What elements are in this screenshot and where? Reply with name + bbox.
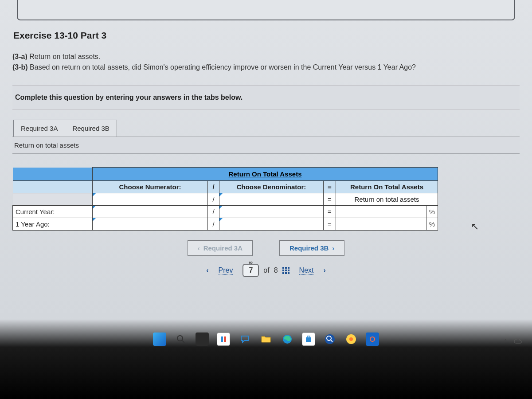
cloud-icon[interactable] [513, 338, 523, 347]
q-b-text: Based on return on total assets, did Sim… [28, 63, 416, 71]
next-link[interactable]: Next [299, 266, 314, 275]
next-step-button[interactable]: Required 3B › [279, 240, 344, 256]
chevron-right-icon: › [323, 266, 325, 274]
svg-rect-6 [307, 336, 310, 338]
result-header: Return On Total Assets [336, 181, 438, 193]
svg-point-7 [325, 334, 335, 344]
q-a-text: Return on total assets. [27, 53, 101, 60]
file-explorer-icon[interactable] [259, 332, 273, 346]
chevron-up-icon[interactable]: ˄ [504, 338, 507, 347]
denominator-current[interactable] [219, 206, 324, 218]
chevron-left-icon: ‹ [198, 244, 200, 252]
prev-step-label: Required 3A [203, 244, 243, 252]
app-square-icon[interactable] [366, 332, 379, 346]
search-icon[interactable] [174, 332, 188, 346]
slash-cell: / [208, 206, 219, 218]
system-tray: ˄ [504, 338, 523, 347]
grid-icon[interactable] [282, 267, 289, 274]
pager-total: 8 [274, 266, 278, 274]
result-year-ago[interactable] [336, 218, 426, 231]
equals-header: = [324, 181, 336, 193]
page-current: 7 [249, 266, 253, 274]
cursor-icon: ↖ [471, 221, 479, 232]
slash-header: / [208, 181, 219, 193]
numerator-select-blank[interactable] [93, 193, 208, 206]
store-icon[interactable] [302, 332, 315, 346]
denominator-select-blank[interactable] [219, 193, 324, 206]
prev-step-button[interactable]: ‹ Required 3A [188, 240, 253, 256]
denominator-header: Choose Denominator: [219, 181, 324, 193]
chat-icon[interactable] [238, 332, 251, 346]
svg-point-11 [349, 337, 353, 341]
slash-cell: / [208, 218, 219, 231]
numerator-current[interactable] [93, 206, 208, 218]
windows-start-icon[interactable] [153, 332, 166, 346]
slash-cell: / [208, 193, 219, 206]
numerator-header: Choose Numerator: [93, 181, 208, 193]
step-nav: ‹ Required 3A Required 3B › [12, 240, 520, 256]
svg-point-12 [370, 337, 375, 341]
link-icon: ∞ [249, 259, 253, 266]
tab-row: Required 3A Required 3B [13, 120, 520, 137]
tab-panel-heading: Return on total assets [12, 137, 520, 154]
answer-textarea-outline[interactable] [17, 0, 515, 20]
numerator-year-ago[interactable] [93, 218, 208, 231]
equals-cell: = [324, 206, 336, 218]
tab-required-3b[interactable]: Required 3B [65, 120, 117, 137]
q-a-label: (3-a) [12, 53, 27, 60]
app-icon[interactable] [217, 332, 230, 346]
result-sub: Return on total assets [336, 193, 438, 206]
tab-required-3a[interactable]: Required 3A [13, 120, 65, 137]
svg-point-0 [177, 336, 183, 341]
taskbar [0, 329, 532, 349]
pager-of: of [263, 266, 269, 274]
prev-link[interactable]: Prev [219, 266, 233, 275]
magnifier-icon[interactable] [323, 332, 336, 346]
page-number-box[interactable]: ∞ 7 [243, 264, 259, 277]
instruction-bar: Complete this question by entering your … [12, 85, 520, 110]
chevron-left-icon: ‹ [206, 266, 208, 274]
edge-icon[interactable] [281, 332, 294, 346]
equals-cell: = [324, 193, 336, 206]
row-year-ago: 1 Year Ago: [13, 218, 93, 231]
exercise-title: Exercise 13-10 Part 3 [13, 30, 520, 41]
pct-label: % [426, 218, 438, 231]
worksheet-table: Return On Total Assets Choose Numerator:… [12, 167, 438, 231]
next-step-label: Required 3B [289, 244, 329, 252]
chevron-right-icon: › [332, 244, 334, 252]
svg-line-1 [182, 340, 184, 343]
denominator-year-ago[interactable] [219, 218, 324, 231]
svg-rect-2 [221, 336, 223, 342]
result-current[interactable] [336, 206, 426, 218]
question-text: (3-a) Return on total assets. (3-b) Base… [12, 51, 520, 73]
equals-cell: = [324, 218, 336, 231]
pct-label: % [426, 206, 438, 218]
pager: ‹ Prev ∞ 7 of 8 Next › [12, 264, 520, 277]
svg-rect-3 [224, 336, 226, 342]
app-circle-icon[interactable] [344, 332, 358, 346]
task-view-icon[interactable] [196, 332, 209, 346]
table-title: Return On Total Assets [93, 168, 438, 181]
q-b-label: (3-b) [12, 63, 28, 71]
row-current-year: Current Year: [13, 206, 93, 218]
